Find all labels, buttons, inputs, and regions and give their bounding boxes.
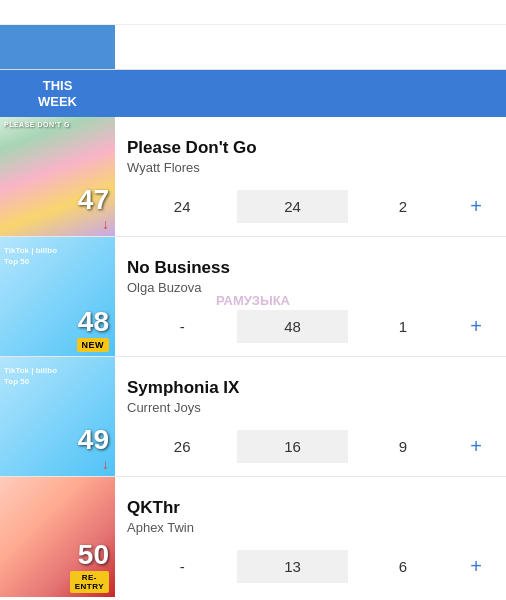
rank-cell-50: 50 RE-ENTRY <box>0 477 115 597</box>
peek-artist <box>115 39 139 55</box>
rank-overlay-50: 50 RE-ENTRY <box>0 537 115 597</box>
app-header <box>0 0 506 25</box>
column-headers-right <box>115 70 506 117</box>
rank-cell-48: TikTok | billboTop 50 48 NEW <box>0 237 115 356</box>
rank-number-47: 47 <box>78 186 109 214</box>
column-headers: THISWEEK <box>0 70 506 117</box>
add-button-47[interactable]: + <box>458 187 494 226</box>
peak-pos-value-47: 24 <box>237 190 347 223</box>
peak-pos-value-49: 16 <box>237 430 347 463</box>
trend-down-icon: ↓ <box>102 456 109 472</box>
song-info-50: QKThr Aphex Twin - 13 6 + <box>115 477 506 597</box>
table-row: TikTok | billboTop 50 49 ↓ Symphonia IX … <box>0 357 506 477</box>
please-dont-go-art-text: PLEASE DON'T G <box>4 121 70 128</box>
peak-pos-value-48: 48 <box>237 310 347 343</box>
tiktok-billboard-label-49: TikTok | billboTop 50 <box>4 365 57 387</box>
wks-on-chart-value-49: 9 <box>348 430 458 463</box>
this-week-header: THISWEEK <box>0 70 115 117</box>
song-title-50: QKThr <box>127 498 494 518</box>
song-title-48: No Business <box>127 258 494 278</box>
peek-row <box>0 25 506 70</box>
song-artist-50: Aphex Twin <box>127 520 494 535</box>
song-stats-50: - 13 6 + <box>127 547 494 586</box>
add-button-48[interactable]: + <box>458 307 494 346</box>
song-artist-47: Wyatt Flores <box>127 160 494 175</box>
watermark-text: РАМУЗЫКА <box>216 293 290 308</box>
trend-down-icon: ↓ <box>102 216 109 232</box>
add-button-49[interactable]: + <box>458 427 494 466</box>
wks-on-chart-header <box>352 84 470 104</box>
song-info-48: No Business Olga Buzova РАМУЗЫКА - 48 1 … <box>115 237 506 356</box>
rank-overlay-47: 47 ↓ <box>0 182 115 236</box>
rank-overlay-48: 48 NEW <box>0 304 115 356</box>
rank-cell-49: TikTok | billboTop 50 49 ↓ <box>0 357 115 476</box>
song-artist-48: Olga Buzova <box>127 280 494 295</box>
chart-list: PLEASE DON'T G 47 ↓ Please Don't Go Wyat… <box>0 117 506 597</box>
last-week-value-50: - <box>127 550 237 583</box>
peek-rank-cell <box>0 25 115 69</box>
song-title-49: Symphonia IX <box>127 378 494 398</box>
add-button-50[interactable]: + <box>458 547 494 586</box>
rank-number-49: 49 <box>78 426 109 454</box>
last-week-value-48: - <box>127 310 237 343</box>
table-row: PLEASE DON'T G 47 ↓ Please Don't Go Wyat… <box>0 117 506 237</box>
tiktok-billboard-label-48: TikTok | billboTop 50 <box>4 245 57 267</box>
last-week-value-47: 24 <box>127 190 237 223</box>
rank-number-50: 50 <box>78 541 109 569</box>
song-stats-49: 26 16 9 + <box>127 427 494 466</box>
peak-pos-header <box>233 84 351 104</box>
song-stats-48: - 48 1 + <box>127 307 494 346</box>
song-stats-47: 24 24 2 + <box>127 187 494 226</box>
song-info-49: Symphonia IX Current Joys 26 16 9 + <box>115 357 506 476</box>
table-row: TikTok | billboTop 50 48 NEW No Business… <box>0 237 506 357</box>
rank-overlay-49: 49 ↓ <box>0 422 115 476</box>
song-artist-49: Current Joys <box>127 400 494 415</box>
song-title-47: Please Don't Go <box>127 138 494 158</box>
reentry-badge: RE-ENTRY <box>70 571 109 593</box>
wks-on-chart-value-50: 6 <box>348 550 458 583</box>
rank-number-48: 48 <box>78 308 109 336</box>
this-week-label: THISWEEK <box>38 78 77 109</box>
last-week-header <box>115 84 233 104</box>
new-badge: NEW <box>77 338 110 352</box>
wks-on-chart-value-48: 1 <box>348 310 458 343</box>
wks-on-chart-value-47: 2 <box>348 190 458 223</box>
song-info-47: Please Don't Go Wyatt Flores 24 24 2 + <box>115 117 506 236</box>
peak-pos-value-50: 13 <box>237 550 347 583</box>
rank-cell-47: PLEASE DON'T G 47 ↓ <box>0 117 115 236</box>
table-row: 50 RE-ENTRY QKThr Aphex Twin - 13 6 + <box>0 477 506 597</box>
last-week-value-49: 26 <box>127 430 237 463</box>
